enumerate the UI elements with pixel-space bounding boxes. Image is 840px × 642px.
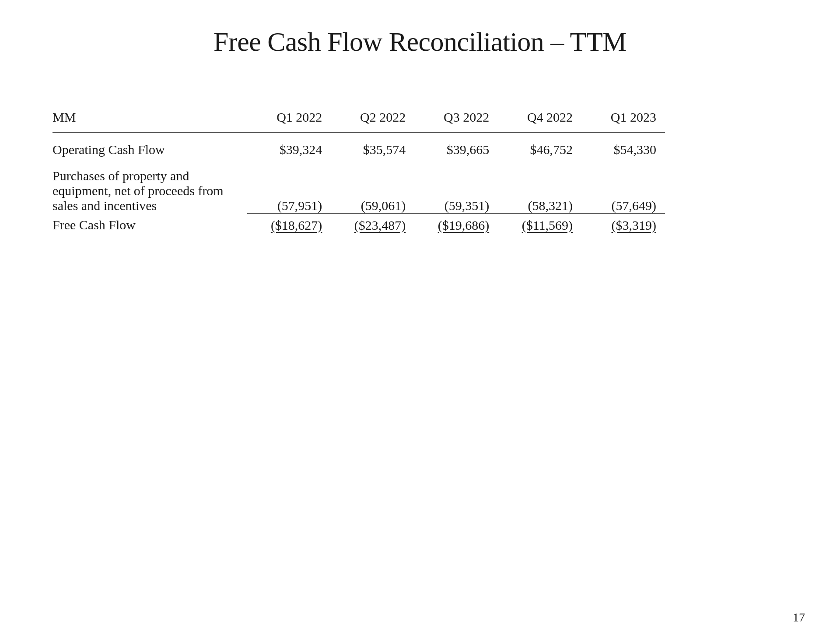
purchases-label: Purchases of property and equipment, net… xyxy=(52,159,247,213)
purchases-q1-2023: (57,649) xyxy=(581,159,665,213)
purchases-q2-2022: (59,061) xyxy=(331,159,414,213)
header-label-col: MM xyxy=(52,110,247,132)
page-title: Free Cash Flow Reconciliation – TTM xyxy=(214,26,626,57)
table-row: Purchases of property and equipment, net… xyxy=(52,159,665,213)
free-cash-q4-2022: ($11,569) xyxy=(498,213,581,235)
table-row: Operating Cash Flow $39,324 $35,574 $39,… xyxy=(52,132,665,159)
free-cash-q1-2022: ($18,627) xyxy=(247,213,331,235)
operating-q4-2022: $46,752 xyxy=(498,132,581,159)
purchases-q3-2022: (59,351) xyxy=(414,159,498,213)
operating-q2-2022: $35,574 xyxy=(331,132,414,159)
header-q4-2022: Q4 2022 xyxy=(498,110,581,132)
header-q1-2022: Q1 2022 xyxy=(247,110,331,132)
header-q1-2023: Q1 2023 xyxy=(581,110,665,132)
purchases-q1-2022: (57,951) xyxy=(247,159,331,213)
header-q2-2022: Q2 2022 xyxy=(331,110,414,132)
free-cash-label: Free Cash Flow xyxy=(52,213,247,235)
purchases-q4-2022: (58,321) xyxy=(498,159,581,213)
page-number: 17 xyxy=(793,610,805,624)
operating-q1-2022: $39,324 xyxy=(247,132,331,159)
table-wrapper: MM Q1 2022 Q2 2022 Q3 2022 Q4 2022 Q1 20… xyxy=(52,110,665,235)
header-q3-2022: Q3 2022 xyxy=(414,110,498,132)
reconciliation-table: MM Q1 2022 Q2 2022 Q3 2022 Q4 2022 Q1 20… xyxy=(52,110,665,235)
free-cash-q2-2022: ($23,487) xyxy=(331,213,414,235)
operating-label: Operating Cash Flow xyxy=(52,132,247,159)
operating-q3-2022: $39,665 xyxy=(414,132,498,159)
page-container: Free Cash Flow Reconciliation – TTM MM Q… xyxy=(0,0,840,642)
free-cash-q3-2022: ($19,686) xyxy=(414,213,498,235)
table-row: Free Cash Flow ($18,627) ($23,487) ($19,… xyxy=(52,213,665,235)
operating-q1-2023: $54,330 xyxy=(581,132,665,159)
free-cash-q1-2023: ($3,319) xyxy=(581,213,665,235)
